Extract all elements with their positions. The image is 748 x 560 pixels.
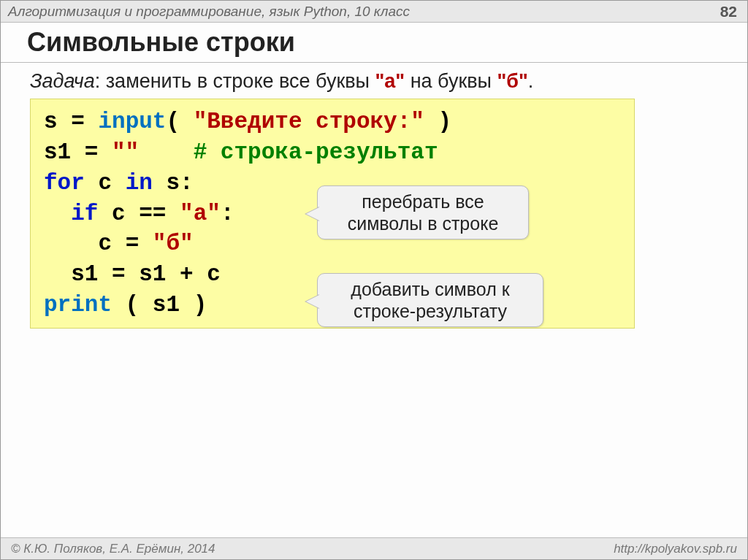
slide-title: Символьные строки xyxy=(27,27,733,58)
code-text: c xyxy=(85,170,126,196)
code-string: "а" xyxy=(180,201,221,226)
task-letter-b: "б" xyxy=(497,70,528,92)
task-label: Задача xyxy=(30,70,95,92)
task-text-1: заменить в строке все буквы xyxy=(106,70,375,92)
content-area: Задача: заменить в строке все буквы "а" … xyxy=(1,63,747,537)
code-text: ( xyxy=(166,109,193,134)
callout-line: добавить символ к xyxy=(351,279,509,299)
code-text: s1 = s1 + c xyxy=(71,261,221,287)
code-text: s: xyxy=(153,170,194,196)
callout-line: перебрать все xyxy=(362,191,484,212)
code-string: "" xyxy=(112,139,139,165)
callout-append: добавить символ к строке-результату xyxy=(317,273,543,327)
task-letter-a: "а" xyxy=(375,70,405,92)
title-bar: Символьные строки xyxy=(1,23,747,63)
code-fn-print: print xyxy=(44,292,112,318)
code-line-2: s1 = "" # строка-результат xyxy=(44,137,621,168)
code-text: s = xyxy=(44,109,98,134)
code-text: ) xyxy=(424,109,451,134)
code-keyword-for: for xyxy=(44,170,85,196)
task-text-mid: на буквы xyxy=(405,70,497,92)
code-indent xyxy=(44,231,98,256)
code-text: ( s1 ) xyxy=(112,292,207,318)
code-text: c == xyxy=(98,201,180,226)
task-sep: : xyxy=(95,70,106,92)
task-statement: Задача: заменить в строке все буквы "а" … xyxy=(30,70,727,93)
callout-line: символы в строке xyxy=(348,213,499,234)
code-indent xyxy=(44,261,71,287)
code-string: "б" xyxy=(153,231,194,256)
slide: Алгоритмизация и программирование, язык … xyxy=(0,0,748,560)
code-string: "Введите строку:" xyxy=(194,109,424,134)
page-number: 82 xyxy=(720,3,737,20)
code-keyword-in: in xyxy=(126,170,153,196)
code-text xyxy=(139,139,193,165)
footer: © К.Ю. Поляков, Е.А. Ерёмин, 2014 http:/… xyxy=(1,537,747,559)
code-text: s1 = xyxy=(44,139,112,165)
code-indent xyxy=(44,201,71,226)
course-label: Алгоритмизация и программирование, язык … xyxy=(8,4,410,20)
task-tail: . xyxy=(528,70,534,92)
code-text: : xyxy=(221,201,234,226)
code-block: s = input( "Введите строку:" ) s1 = "" #… xyxy=(30,99,635,329)
footer-copyright: © К.Ю. Поляков, Е.А. Ерёмин, 2014 xyxy=(11,542,215,556)
callout-line: строке-результату xyxy=(354,301,507,321)
footer-url: http://kpolyakov.spb.ru xyxy=(614,542,737,556)
code-fn-input: input xyxy=(98,109,166,134)
code-text: c = xyxy=(98,231,152,256)
code-comment: # строка-результат xyxy=(194,139,438,165)
callout-loop: перебрать все символы в строке xyxy=(317,185,529,239)
code-keyword-if: if xyxy=(71,201,98,226)
topbar: Алгоритмизация и программирование, язык … xyxy=(1,1,747,23)
code-line-1: s = input( "Введите строку:" ) xyxy=(44,107,621,137)
